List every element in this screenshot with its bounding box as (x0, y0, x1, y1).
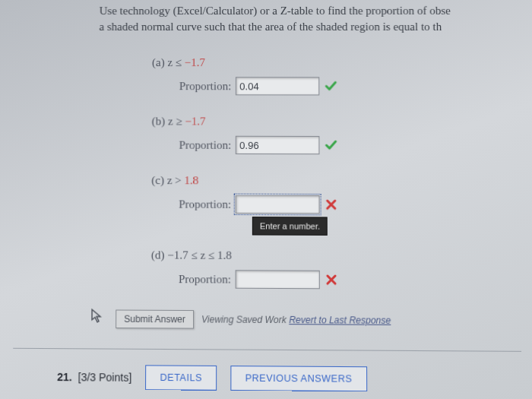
part-d: (d) −1.7 ≤ z ≤ 1.8 Proportion: (151, 249, 521, 290)
part-a-label: (a) z ≤ −1.7 (152, 56, 518, 69)
part-c: (c) z > 1.8 Proportion: Enter a number. (151, 174, 520, 214)
problem-area: (a) z ≤ −1.7 Proportion: (b) z ≥ −1.7 Pr… (151, 56, 521, 290)
saved-work-text: Viewing Saved Work Revert to Last Respon… (201, 314, 391, 326)
part-a: (a) z ≤ −1.7 Proportion: (152, 56, 519, 96)
details-button[interactable]: DETAILS (145, 365, 217, 390)
proportion-label: Proportion: (179, 138, 232, 151)
x-icon (325, 198, 338, 211)
proportion-label: Proportion: (179, 80, 231, 93)
question-row: 21. [3/3 Points] DETAILS PREVIOUS ANSWER… (57, 365, 521, 393)
proportion-label: Proportion: (179, 272, 231, 286)
proportion-input-a[interactable] (236, 77, 319, 95)
proportion-label: Proportion: (179, 198, 231, 211)
tooltip: Enter a number. (252, 217, 328, 236)
proportion-input-d[interactable] (236, 270, 320, 289)
cursor-icon (90, 308, 103, 328)
proportion-input-c[interactable] (236, 195, 320, 214)
checkmark-icon (325, 138, 338, 152)
instructions-text: Use technology (Excel/Calculator) or a Z… (16, 0, 518, 43)
question-number: 21. [3/3 Points] (57, 371, 131, 384)
submit-answer-button[interactable]: Submit Answer (116, 310, 194, 329)
divider (13, 348, 521, 352)
part-d-label: (d) −1.7 ≤ z ≤ 1.8 (151, 249, 521, 263)
part-b: (b) z ≥ −1.7 Proportion: (151, 115, 519, 155)
part-b-label: (b) z ≥ −1.7 (152, 115, 520, 128)
checkmark-icon (325, 79, 338, 93)
revert-link[interactable]: Revert to Last Response (289, 315, 391, 326)
previous-answers-button[interactable]: PREVIOUS ANSWERS (230, 366, 366, 391)
x-icon (325, 273, 338, 287)
proportion-input-b[interactable] (236, 136, 320, 154)
part-c-label: (c) z > 1.8 (151, 174, 520, 188)
